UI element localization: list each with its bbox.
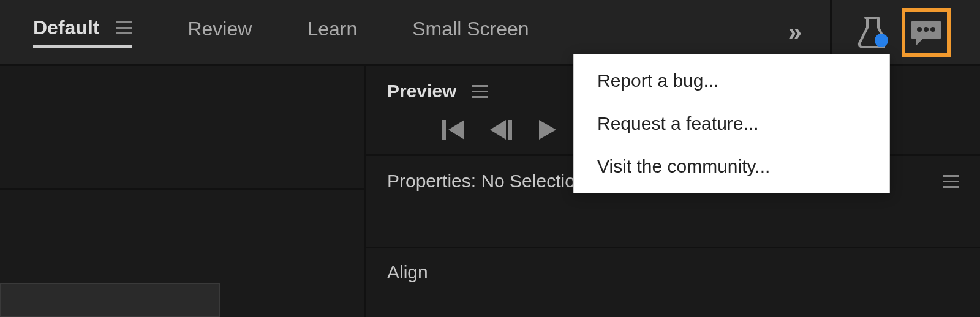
notification-badge-icon <box>875 34 888 47</box>
workspace-tab-review[interactable]: Review <box>187 18 252 47</box>
align-panel-header: Align <box>366 248 980 293</box>
workspace-tabs: Default Review Learn Small Screen <box>33 17 529 48</box>
menu-icon[interactable] <box>472 85 488 98</box>
workspace-tab-label: Learn <box>307 18 357 40</box>
svg-point-2 <box>930 27 935 32</box>
thumbnail-item[interactable] <box>0 283 221 317</box>
svg-rect-3 <box>442 120 446 140</box>
svg-marker-7 <box>539 120 556 140</box>
feedback-dropdown: Report a bug... Request a feature... Vis… <box>573 54 890 193</box>
workspace-tab-label: Default <box>33 17 99 39</box>
preview-title: Preview <box>387 81 456 102</box>
svg-rect-6 <box>508 120 512 140</box>
menu-icon[interactable] <box>116 21 132 34</box>
left-bottom-panel <box>0 190 364 317</box>
labs-button[interactable] <box>853 14 889 51</box>
play-icon[interactable] <box>538 120 557 140</box>
workspace-tab-label: Small Screen <box>412 18 529 40</box>
feedback-button[interactable] <box>902 8 951 57</box>
svg-point-0 <box>917 27 922 32</box>
svg-point-1 <box>924 27 929 32</box>
svg-marker-5 <box>490 120 506 140</box>
align-title: Align <box>387 262 428 283</box>
align-panel: Align <box>366 248 980 293</box>
workspace-tab-default[interactable]: Default <box>33 17 132 48</box>
workspace-tab-learn[interactable]: Learn <box>307 18 357 47</box>
speech-bubble-icon <box>910 18 942 47</box>
dropdown-item-visit-community[interactable]: Visit the community... <box>574 145 889 188</box>
workspace-tab-small-screen[interactable]: Small Screen <box>412 18 529 47</box>
menu-icon[interactable] <box>943 175 959 188</box>
dropdown-item-request-feature[interactable]: Request a feature... <box>574 102 889 145</box>
left-top-panel <box>0 66 364 190</box>
skip-back-icon[interactable] <box>442 120 467 140</box>
dropdown-item-report-bug[interactable]: Report a bug... <box>574 59 889 102</box>
overflow-button[interactable]: » <box>776 18 812 46</box>
step-back-icon[interactable] <box>489 120 516 140</box>
svg-marker-4 <box>448 120 464 140</box>
workspace-tab-label: Review <box>187 18 252 40</box>
left-column <box>0 66 366 317</box>
properties-title: Properties: No Selection <box>387 171 586 192</box>
